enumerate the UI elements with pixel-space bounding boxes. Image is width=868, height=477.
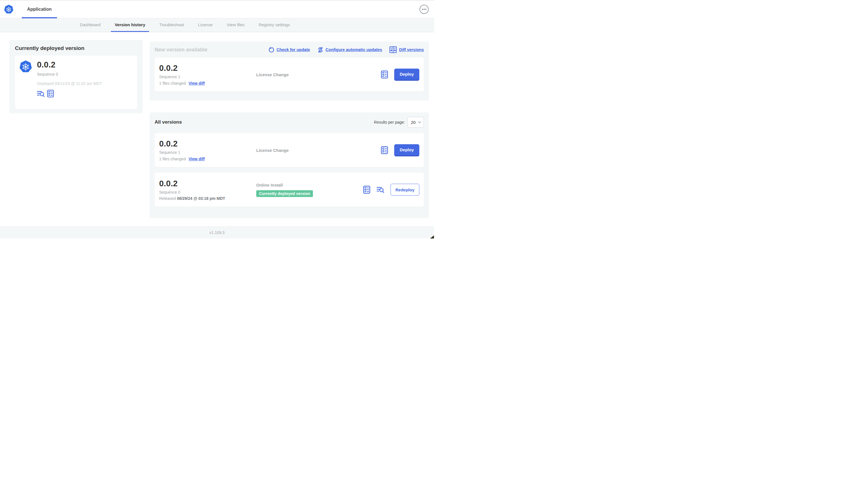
preflight-checks-icon <box>381 70 388 79</box>
deployed-version-number: 0.0.2 <box>37 60 133 69</box>
check-for-update-link[interactable]: Check for update <box>268 47 310 53</box>
new-version-panel: New version available Check for update <box>150 41 429 101</box>
all-versions-title: All versions <box>155 119 182 125</box>
application-tab-label: Application <box>27 7 52 12</box>
version-number: 0.0.2 <box>159 63 256 73</box>
new-version-row: 0.0.2 Sequence 1 1 files changed View di… <box>155 58 424 91</box>
ellipsis-menu-icon <box>419 4 429 14</box>
deploy-button[interactable]: Deploy <box>394 68 419 81</box>
view-logs-icon <box>376 186 384 193</box>
view-logs-button[interactable] <box>376 186 384 193</box>
configure-automatic-updates-label: Configure automatic updates <box>326 48 382 52</box>
tab-license[interactable]: License <box>194 18 216 32</box>
kubernetes-logo-icon <box>4 4 14 14</box>
preflight-checks-button[interactable] <box>381 70 388 79</box>
app-window: Application Dashboard Version history Tr… <box>0 0 434 239</box>
diff-versions-link[interactable]: Diff versions <box>390 46 424 53</box>
version-sequence: Sequence 0 <box>159 190 256 195</box>
mouse-cursor <box>430 235 434 239</box>
tab-version-history[interactable]: Version history <box>111 18 149 32</box>
view-diff-link[interactable]: View diff <box>188 157 205 161</box>
version-source: Online Install <box>256 183 363 187</box>
preflight-checks-button[interactable] <box>381 146 388 154</box>
deploy-button[interactable]: Deploy <box>394 144 419 156</box>
tab-dashboard[interactable]: Dashboard <box>76 18 104 32</box>
deployed-sequence: Sequence 0 <box>37 72 133 77</box>
application-tab[interactable]: Application <box>22 0 57 18</box>
refresh-icon <box>268 47 274 53</box>
diff-icon <box>390 46 397 53</box>
released-prefix: Released <box>159 196 177 201</box>
results-per-page-label: Results per page: <box>374 120 405 124</box>
console-version-text: v1.109.3 <box>209 230 225 235</box>
files-changed-text: 1 files changed <box>159 157 186 161</box>
main-content: Currently deployed version <box>0 32 434 226</box>
version-row: 0.0.2 Sequence 1 1 files changed View di… <box>155 133 424 167</box>
top-header: Application <box>0 0 434 18</box>
tab-registry-settings[interactable]: Registry settings <box>255 18 294 32</box>
version-source: License Change <box>256 148 381 153</box>
currently-deployed-title: Currently deployed version <box>15 45 137 51</box>
released-date: 08/29/24 @ 03:18 pm MDT <box>177 196 225 201</box>
preflight-checks-button[interactable] <box>47 90 54 97</box>
tab-troubleshoot[interactable]: Troubleshoot <box>156 18 188 32</box>
files-changed-text: 1 files changed <box>159 81 186 86</box>
version-number: 0.0.2 <box>159 139 256 148</box>
preflight-checks-icon <box>381 146 388 154</box>
version-source-block: Online Install Currently deployed versio… <box>256 183 363 197</box>
new-version-title: New version available <box>155 47 208 53</box>
tab-view-files[interactable]: View files <box>223 18 248 32</box>
released-timestamp: Released 08/29/24 @ 03:18 pm MDT <box>159 196 256 201</box>
version-number: 0.0.2 <box>159 179 256 188</box>
preflight-checks-button[interactable] <box>363 186 370 193</box>
currently-deployed-card: 0.0.2 Sequence 0 Deployed 09/11/24 @ 11:… <box>15 56 137 109</box>
kubernetes-logo-icon <box>19 60 32 73</box>
results-per-page-select[interactable]: 20 <box>407 117 424 127</box>
preflight-checks-icon <box>47 90 54 97</box>
diff-versions-label: Diff versions <box>399 48 424 52</box>
footer: v1.109.3 <box>0 226 434 239</box>
app-subnav: Dashboard Version history Troubleshoot L… <box>0 18 434 32</box>
redeploy-button[interactable]: Redeploy <box>391 184 419 196</box>
view-diff-link[interactable]: View diff <box>188 81 205 86</box>
all-versions-panel: All versions Results per page: 20 0.0.2 … <box>150 112 429 218</box>
auto-update-clock-icon <box>317 47 323 53</box>
version-row: 0.0.2 Sequence 0 Released 08/29/24 @ 03:… <box>155 173 424 207</box>
version-sequence: Sequence 1 <box>159 150 256 155</box>
version-source: License Change <box>256 72 381 77</box>
check-for-update-label: Check for update <box>277 48 310 52</box>
configure-automatic-updates-link[interactable]: Configure automatic updates <box>317 47 382 53</box>
view-logs-icon <box>37 90 44 97</box>
currently-deployed-panel: Currently deployed version <box>9 40 143 114</box>
currently-deployed-badge: Currently deployed version <box>256 190 313 197</box>
results-per-page-value: 20 <box>411 120 416 125</box>
version-sequence: Sequence 1 <box>159 74 256 79</box>
view-logs-button[interactable] <box>37 90 44 97</box>
ellipsis-menu-button[interactable] <box>419 4 429 14</box>
preflight-checks-icon <box>363 186 370 193</box>
deployed-timestamp: Deployed 09/11/24 @ 11:02 am MDT <box>37 81 133 86</box>
chevron-down-icon <box>418 121 421 123</box>
